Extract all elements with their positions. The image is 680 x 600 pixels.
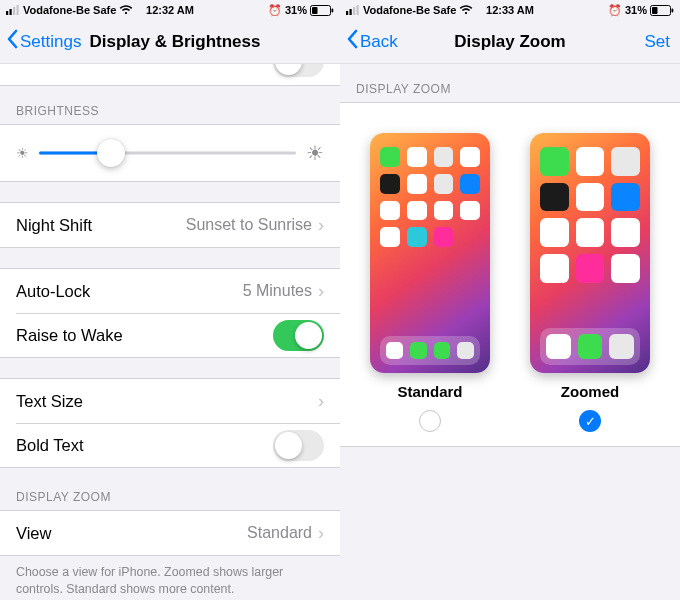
chevron-left-icon <box>346 29 358 54</box>
app-icon <box>460 174 480 194</box>
dock-icon <box>410 342 427 359</box>
dock-icon <box>434 342 451 359</box>
section-header-zoom: DISPLAY ZOOM <box>340 64 680 102</box>
auto-lock-label: Auto-Lock <box>16 282 90 301</box>
brightness-slider[interactable] <box>39 139 296 167</box>
dock-icon <box>457 342 474 359</box>
app-icon <box>576 218 605 247</box>
app-icon <box>611 183 640 212</box>
preview-zoomed[interactable]: Zoomed ✓ <box>530 133 650 432</box>
app-icon <box>576 147 605 176</box>
status-bar: Vodafone-Be Safe 12:32 AM ⏰ 31% <box>0 0 340 20</box>
night-shift-row[interactable]: Night Shift Sunset to Sunrise› <box>0 203 340 247</box>
app-icon <box>460 147 480 167</box>
app-icon <box>434 174 454 194</box>
back-button[interactable]: Settings <box>6 29 81 54</box>
view-row[interactable]: View Standard› <box>0 511 340 555</box>
preview-standard[interactable]: Standard <box>370 133 490 432</box>
text-size-label: Text Size <box>16 392 83 411</box>
app-icon <box>434 227 454 247</box>
phone-preview-standard <box>370 133 490 373</box>
dock-icon <box>609 334 634 359</box>
view-detail: Standard <box>247 524 312 542</box>
dock-icon <box>546 334 571 359</box>
sun-large-icon: ☀︎ <box>306 141 324 165</box>
back-label: Back <box>360 32 398 52</box>
dock-icon <box>578 334 603 359</box>
back-label: Settings <box>20 32 81 52</box>
section-header-zoom: DISPLAY ZOOM <box>0 468 340 510</box>
screen-display-brightness: Vodafone-Be Safe 12:32 AM ⏰ 31% Settings… <box>0 0 340 600</box>
clock-label: 12:33 AM <box>340 4 680 16</box>
app-icon <box>407 147 427 167</box>
app-icon <box>460 201 480 221</box>
preview-standard-label: Standard <box>397 383 462 400</box>
back-button[interactable]: Back <box>346 29 398 54</box>
app-icon <box>611 147 640 176</box>
app-icon <box>540 218 569 247</box>
raise-to-wake-row: Raise to Wake <box>0 313 340 357</box>
night-shift-detail: Sunset to Sunrise <box>186 216 312 234</box>
nav-bar: Back Display Zoom Set <box>340 20 680 64</box>
raise-to-wake-switch[interactable] <box>273 320 324 351</box>
chevron-right-icon: › <box>318 524 324 542</box>
auto-lock-detail: 5 Minutes <box>243 282 312 300</box>
dock-icon <box>386 342 403 359</box>
app-icon <box>611 254 640 283</box>
bold-text-row: Bold Text <box>0 423 340 467</box>
raise-to-wake-label: Raise to Wake <box>16 326 123 345</box>
page-title: Display & Brightness <box>89 32 260 52</box>
app-icon <box>407 227 427 247</box>
chevron-left-icon <box>6 29 18 54</box>
app-icon <box>611 218 640 247</box>
zoom-previews: Standard Zoomed ✓ <box>340 102 680 447</box>
chevron-right-icon: › <box>318 282 324 300</box>
radio-standard[interactable] <box>419 410 441 432</box>
night-shift-label: Night Shift <box>16 216 92 235</box>
app-icon <box>540 147 569 176</box>
zoom-footer: Choose a view for iPhone. Zoomed shows l… <box>0 556 340 597</box>
app-icon <box>380 201 400 221</box>
preview-zoomed-label: Zoomed <box>561 383 619 400</box>
view-label: View <box>16 524 51 543</box>
app-icon <box>407 174 427 194</box>
chevron-right-icon: › <box>318 392 324 410</box>
app-icon <box>540 254 569 283</box>
section-header-brightness: BRIGHTNESS <box>0 86 340 124</box>
screen-display-zoom: Vodafone-Be Safe 12:33 AM ⏰ 31% Back Dis… <box>340 0 680 600</box>
text-size-row[interactable]: Text Size › <box>0 379 340 423</box>
nav-bar: Settings Display & Brightness <box>0 20 340 64</box>
auto-lock-row[interactable]: Auto-Lock 5 Minutes› <box>0 269 340 313</box>
app-icon <box>380 227 400 247</box>
app-icon <box>576 183 605 212</box>
app-icon <box>540 183 569 212</box>
app-icon <box>576 254 605 283</box>
sun-small-icon: ☀︎ <box>16 145 29 161</box>
status-bar: Vodafone-Be Safe 12:33 AM ⏰ 31% <box>340 0 680 20</box>
chevron-right-icon: › <box>318 216 324 234</box>
app-icon <box>434 147 454 167</box>
app-icon <box>407 201 427 221</box>
app-icon <box>380 174 400 194</box>
bold-text-label: Bold Text <box>16 436 84 455</box>
bold-text-switch[interactable] <box>273 430 324 461</box>
app-icon <box>434 201 454 221</box>
brightness-slider-row: ☀︎ ☀︎ <box>0 124 340 182</box>
radio-zoomed[interactable]: ✓ <box>579 410 601 432</box>
app-icon <box>380 147 400 167</box>
set-button[interactable]: Set <box>644 32 670 52</box>
phone-preview-zoomed <box>530 133 650 373</box>
clock-label: 12:32 AM <box>0 4 340 16</box>
true-tone-toggle-partial[interactable] <box>0 64 340 86</box>
